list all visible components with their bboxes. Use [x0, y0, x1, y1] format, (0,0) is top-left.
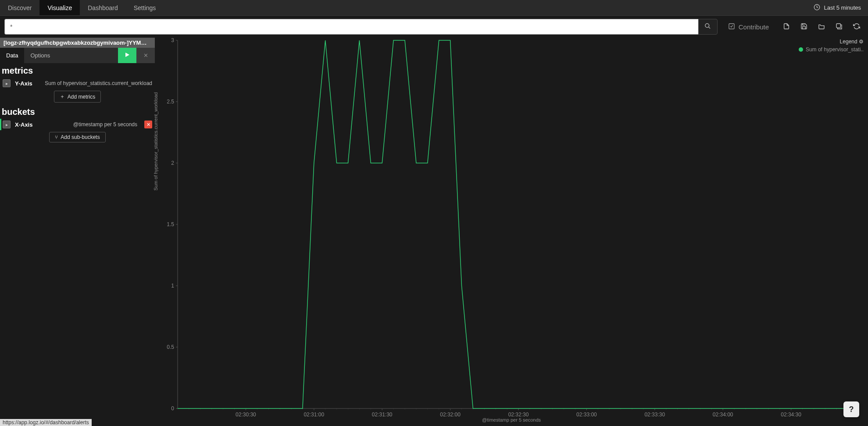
svg-text:02:33:00: 02:33:00	[576, 412, 597, 418]
svg-rect-3	[836, 24, 840, 28]
metrics-title: metrics	[0, 63, 155, 78]
play-icon	[125, 52, 130, 59]
discard-button[interactable]: ✕	[136, 48, 155, 63]
svg-point-1	[705, 24, 709, 28]
add-subbuckets-label: Add sub-buckets	[61, 134, 100, 140]
search-icon	[704, 23, 711, 31]
subtab-data[interactable]: Data	[0, 48, 24, 63]
bucket-remove-button[interactable]: ✕	[144, 121, 152, 128]
tab-dashboard[interactable]: Dashboard	[80, 0, 126, 15]
svg-text:02:32:30: 02:32:30	[508, 412, 529, 418]
add-metrics-label: Add metrics	[68, 94, 95, 100]
help-button[interactable]: ?	[843, 401, 859, 417]
add-metrics-button[interactable]: ＋ Add metrics	[54, 91, 101, 103]
index-pattern-label[interactable]: [logz-zfhyqdgufhcbpgwbxabkzozbgymivaom-]…	[0, 38, 155, 48]
search-wrap	[4, 19, 718, 35]
refresh-icon	[853, 23, 860, 31]
share-button[interactable]	[832, 20, 846, 34]
svg-text:0: 0	[171, 405, 174, 412]
branch-icon: ⑂	[55, 134, 58, 140]
share-icon	[836, 23, 843, 31]
svg-text:02:32:00: 02:32:00	[440, 412, 461, 418]
status-bar: https://app.logz.io/#/dashboard/alerts	[0, 419, 92, 426]
toolbar: Contribute	[0, 16, 868, 38]
svg-text:02:31:30: 02:31:30	[372, 412, 393, 418]
sidebar: [logz-zfhyqdgufhcbpgwbxabkzozbgymivaom-]…	[0, 38, 155, 426]
sidebar-subtabs: Data Options ✕	[0, 48, 155, 63]
new-doc-icon	[783, 23, 790, 31]
tab-discover[interactable]: Discover	[0, 0, 39, 15]
metrics-axis-label: Y-Axis	[15, 80, 32, 87]
save-icon	[800, 23, 807, 31]
metrics-toggle[interactable]: ▸	[3, 79, 11, 87]
bucket-desc: @timestamp per 5 seconds	[73, 121, 137, 128]
folder-open-icon	[818, 23, 825, 31]
svg-text:2: 2	[171, 160, 174, 166]
refresh-button[interactable]	[850, 20, 864, 34]
tab-visualize[interactable]: Visualize	[39, 0, 80, 15]
open-button[interactable]	[814, 20, 829, 34]
svg-text:1.5: 1.5	[167, 221, 174, 227]
close-icon: ✕	[146, 122, 150, 128]
search-button[interactable]	[698, 19, 718, 35]
svg-text:2.5: 2.5	[167, 99, 174, 105]
svg-text:02:33:30: 02:33:30	[644, 412, 665, 418]
svg-text:3: 3	[171, 38, 174, 43]
buckets-title: buckets	[0, 104, 155, 119]
top-nav: Discover Visualize Dashboard Settings La…	[0, 0, 868, 16]
time-picker-label: Last 5 minutes	[824, 4, 861, 11]
svg-text:02:34:30: 02:34:30	[781, 412, 801, 418]
bucket-axis-label: X-Axis	[15, 121, 32, 128]
chart-area: Legend ⚙ Sum of hypervisor_stati.. Sum o…	[155, 38, 868, 426]
close-icon: ✕	[143, 52, 148, 59]
contribute-icon	[728, 23, 735, 31]
chart-svg[interactable]: 00.511.522.5302:30:3002:31:0002:31:3002:…	[155, 38, 868, 426]
contribute-button[interactable]: Contribute	[721, 19, 776, 35]
subtab-options[interactable]: Options	[24, 48, 56, 63]
svg-text:02:34:00: 02:34:00	[713, 412, 733, 418]
svg-text:1: 1	[171, 283, 174, 289]
clock-icon	[814, 4, 820, 12]
save-button[interactable]	[797, 20, 811, 34]
tab-settings[interactable]: Settings	[126, 0, 164, 15]
apply-button[interactable]	[118, 48, 136, 63]
svg-text:02:31:00: 02:31:00	[304, 412, 324, 418]
svg-text:02:30:30: 02:30:30	[236, 412, 256, 418]
bucket-toggle[interactable]: ▸	[3, 121, 11, 128]
bucket-row: ▸ X-Axis @timestamp per 5 seconds ✕	[0, 119, 155, 130]
plus-icon: ＋	[60, 93, 65, 100]
add-subbuckets-button[interactable]: ⑂ Add sub-buckets	[49, 132, 105, 142]
contribute-label: Contribute	[739, 23, 769, 31]
svg-text:0.5: 0.5	[167, 344, 174, 350]
metrics-desc: Sum of hypervisor_statistics.current_wor…	[45, 80, 152, 86]
search-input[interactable]	[4, 19, 698, 35]
new-button[interactable]	[779, 20, 793, 34]
metrics-row: ▸ Y-Axis Sum of hypervisor_statistics.cu…	[0, 78, 155, 89]
time-picker[interactable]: Last 5 minutes	[807, 0, 868, 15]
